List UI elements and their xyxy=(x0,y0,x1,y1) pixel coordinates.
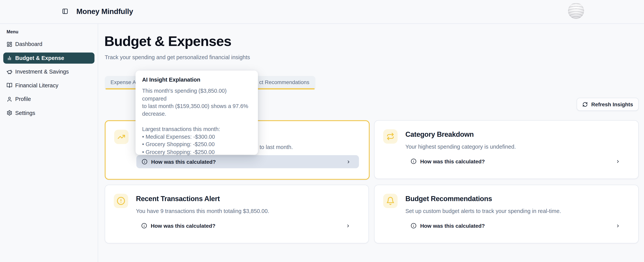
app-root: Money Mindfully Menu Dashboard Budget & … xyxy=(0,0,644,262)
info-icon xyxy=(141,223,147,229)
tab-product-recommendations[interactable]: ct Recommendations xyxy=(259,76,309,88)
tab-expense-analysis[interactable]: Expense A xyxy=(110,76,136,88)
tooltip-body: This month's spending ($3,850.00) compar… xyxy=(142,87,251,156)
sidebar-item-budget-expense[interactable]: Budget & Expense xyxy=(3,52,94,63)
main-content: Budget & Expenses Track your spending an… xyxy=(98,23,644,262)
how-calculated-link[interactable]: How was this calculated? xyxy=(136,219,358,232)
sidebar-toggle-icon[interactable] xyxy=(62,8,68,14)
book-open-icon xyxy=(6,82,12,88)
sidebar-item-label: Investment & Savings xyxy=(15,69,69,75)
info-icon xyxy=(411,158,416,164)
how-calculated-label: How was this calculated? xyxy=(151,159,216,165)
page-subtitle: Track your spending and get personalized… xyxy=(105,54,250,60)
sidebar-item-label: Dashboard xyxy=(15,41,42,47)
how-calculated-link[interactable]: How was this calculated? xyxy=(136,155,359,168)
card-description: Set up custom budget alerts to track you… xyxy=(406,208,561,214)
card-title: Budget Recommendations xyxy=(406,195,492,203)
info-icon xyxy=(411,223,416,229)
chevron-right-icon xyxy=(346,224,350,228)
bell-icon xyxy=(383,194,398,208)
tooltip-title: AI Insight Explanation xyxy=(142,77,251,83)
card-description-fragment: to last month. xyxy=(260,144,293,150)
trending-up-icon xyxy=(114,130,128,144)
sidebar-item-label: Profile xyxy=(15,96,31,102)
how-calculated-label: How was this calculated? xyxy=(420,158,485,164)
app-title: Money Mindfully xyxy=(76,6,133,17)
sidebar-item-profile[interactable]: Profile xyxy=(3,94,94,105)
menu-section-label: Menu xyxy=(6,29,18,34)
refresh-icon xyxy=(582,101,588,107)
refresh-insights-button[interactable]: Refresh Insights xyxy=(577,98,639,111)
gear-icon xyxy=(6,110,12,116)
card-title: Recent Transactions Alert xyxy=(136,195,220,203)
piggy-bank-icon xyxy=(6,69,12,74)
user-icon xyxy=(6,96,12,102)
card-recent-transactions-alert: Recent Transactions Alert You have 9 tra… xyxy=(105,185,369,243)
tab-label: Expense A xyxy=(110,79,136,85)
info-icon xyxy=(142,159,148,165)
chevron-right-icon xyxy=(346,160,351,164)
card-description: You have 9 transactions this month total… xyxy=(136,208,269,214)
tab-label: ct Recommendations xyxy=(259,79,309,85)
chevron-right-icon xyxy=(616,159,620,164)
page-title: Budget & Expenses xyxy=(104,33,231,49)
sidebar-item-label: Financial Literacy xyxy=(15,82,58,88)
chevron-right-icon xyxy=(616,224,620,228)
sidebar-item-dashboard[interactable]: Dashboard xyxy=(3,38,94,50)
refresh-button-label: Refresh Insights xyxy=(591,101,633,107)
alert-circle-icon xyxy=(114,194,128,208)
bar-chart-icon xyxy=(6,55,12,61)
card-description: Your highest spending category is undefi… xyxy=(406,144,516,150)
dashboard-icon xyxy=(6,41,12,47)
avatar[interactable] xyxy=(568,3,584,19)
sidebar-item-label: Settings xyxy=(15,110,35,116)
sidebar-item-label: Budget & Expense xyxy=(15,55,64,61)
sidebar-item-investment-savings[interactable]: Investment & Savings xyxy=(3,66,94,77)
how-calculated-label: How was this calculated? xyxy=(151,223,216,229)
sidebar-item-settings[interactable]: Settings xyxy=(3,107,94,118)
card-category-breakdown: Category Breakdown Your highest spending… xyxy=(374,120,639,179)
top-header: Money Mindfully xyxy=(0,0,644,24)
repeat-icon xyxy=(383,129,398,144)
how-calculated-link[interactable]: How was this calculated? xyxy=(406,155,628,168)
sidebar: Menu Dashboard Budget & Expense Investme… xyxy=(0,23,98,262)
how-calculated-link[interactable]: How was this calculated? xyxy=(406,219,628,232)
sidebar-nav: Dashboard Budget & Expense Investment & … xyxy=(0,38,98,121)
card-budget-recommendations: Budget Recommendations Set up custom bud… xyxy=(374,185,639,243)
card-title: Category Breakdown xyxy=(406,130,474,139)
how-calculated-label: How was this calculated? xyxy=(420,223,485,229)
ai-insight-tooltip: AI Insight Explanation This month's spen… xyxy=(136,71,258,155)
sidebar-item-financial-literacy[interactable]: Financial Literacy xyxy=(3,80,94,91)
